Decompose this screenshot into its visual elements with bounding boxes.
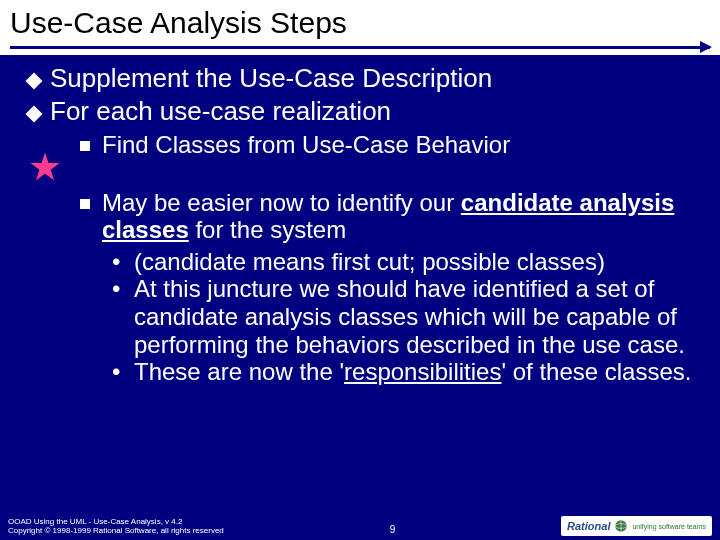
bullet-dot-icon: • [112, 275, 126, 303]
rational-logo: Rational unifying software teams [561, 516, 712, 536]
title-rule-wrap [0, 46, 720, 55]
text-run: May be easier now to identify our [102, 189, 461, 216]
bullet-dot-icon: • [112, 358, 126, 386]
bullet-text: At this juncture we should have identifi… [134, 275, 700, 358]
diamond-icon [26, 106, 43, 123]
bullet-level1: Supplement the Use-Case Description [28, 63, 700, 94]
logo-text: Rational [567, 520, 610, 532]
footer-line2: Copyright © 1998-1999 Rational Software,… [8, 526, 224, 536]
bullet-text: For each use-case realization [50, 96, 391, 127]
bullet-level2: Find Classes from Use-Case Behavior [80, 131, 700, 159]
star-icon: ★ [28, 148, 62, 186]
bullet-level2: May be easier now to identify our candid… [80, 189, 700, 244]
square-icon [80, 199, 90, 209]
slide-title: Use-Case Analysis Steps [0, 0, 720, 46]
slide-content: Supplement the Use-Case Description For … [0, 55, 720, 386]
footer-left: OOAD Using the UML - Use-Case Analysis, … [8, 517, 224, 536]
square-icon [80, 141, 90, 151]
title-rule [10, 46, 710, 49]
bullet-level1: For each use-case realization [28, 96, 700, 127]
text-run: for the system [189, 216, 346, 243]
text-run: ' of these classes. [501, 358, 691, 385]
bullet-text: Supplement the Use-Case Description [50, 63, 492, 94]
logo-tagline: unifying software teams [632, 523, 706, 530]
bullet-text: Find Classes from Use-Case Behavior [102, 131, 510, 159]
text-underline: responsibilities [344, 358, 501, 385]
bullet-level3: • At this juncture we should have identi… [112, 275, 700, 358]
bullet-level3: • (candidate means first cut; possible c… [112, 248, 700, 276]
slide-footer: OOAD Using the UML - Use-Case Analysis, … [0, 512, 720, 540]
diamond-icon [26, 73, 43, 90]
footer-line1: OOAD Using the UML - Use-Case Analysis, … [8, 517, 224, 527]
bullet-level3: • These are now the 'responsibilities' o… [112, 358, 700, 386]
spacer [20, 163, 700, 185]
bullet-text: (candidate means first cut; possible cla… [134, 248, 605, 276]
globe-icon [614, 519, 628, 533]
bullet-dot-icon: • [112, 248, 126, 276]
bullet-text: May be easier now to identify our candid… [102, 189, 700, 244]
bullet-text: These are now the 'responsibilities' of … [134, 358, 691, 386]
page-number: 9 [224, 524, 561, 536]
text-run: These are now the ' [134, 358, 344, 385]
